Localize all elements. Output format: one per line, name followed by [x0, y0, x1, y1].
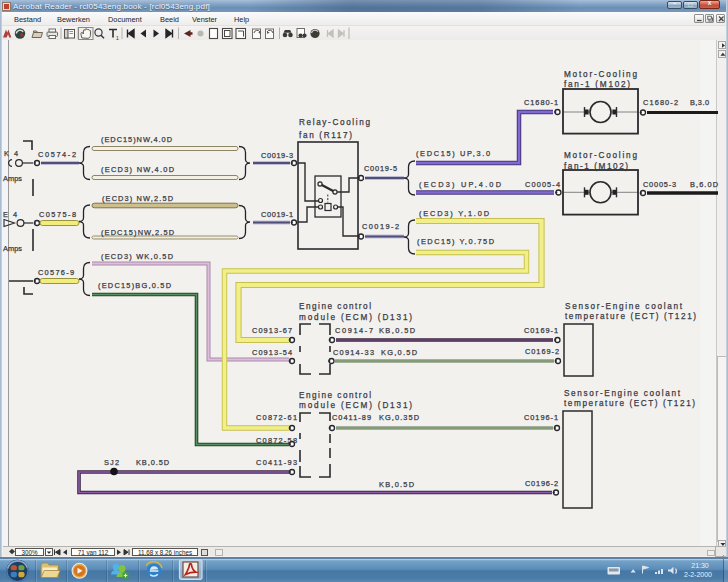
svg-text:C0169-2: C0169-2 [525, 347, 559, 356]
svg-text:Amps: Amps [3, 244, 22, 253]
svg-text:C0914-7: C0914-7 [335, 326, 373, 335]
svg-text:Motor-Cooling: Motor-Cooling [564, 151, 637, 160]
svg-text:temperature (ECT) (T121): temperature (ECT) (T121) [565, 312, 696, 321]
svg-text:B,3.0: B,3.0 [690, 98, 709, 107]
svg-text:Amps: Amps [3, 174, 22, 183]
svg-text:fan-1 (M102): fan-1 (M102) [564, 162, 628, 171]
svg-text:C0574-2: C0574-2 [38, 150, 76, 159]
svg-text:SJ2: SJ2 [104, 458, 119, 467]
svg-text:Engine control: Engine control [299, 302, 371, 311]
svg-text:module (ECM) (D131): module (ECM) (D131) [299, 401, 412, 410]
svg-text:Relay-Cooling: Relay-Cooling [299, 118, 370, 127]
svg-text:Motor-Cooling: Motor-Cooling [564, 70, 637, 79]
svg-text:Sensor-Engine coolant: Sensor-Engine coolant [565, 302, 683, 311]
svg-text:C0913-67: C0913-67 [252, 326, 292, 335]
svg-text:(ECD3) WK,0.5D: (ECD3) WK,0.5D [101, 252, 173, 261]
svg-text:C0196-1: C0196-1 [524, 413, 558, 422]
svg-text:C0196-2: C0196-2 [525, 479, 558, 488]
svg-text:(ECD3) NW,2.5D: (ECD3) NW,2.5D [102, 194, 173, 203]
svg-text:(ECD3) NW,4.0D: (ECD3) NW,4.0D [101, 165, 174, 174]
svg-text:(EDC15) Y,0.75D: (EDC15) Y,0.75D [417, 237, 494, 246]
svg-text:C0005-4: C0005-4 [525, 180, 560, 189]
svg-text:C0169-1: C0169-1 [524, 326, 558, 335]
svg-text:KG,0.5D: KG,0.5D [381, 348, 417, 357]
svg-text:C0913-54: C0913-54 [252, 348, 292, 357]
svg-text:C0914-33: C0914-33 [333, 348, 374, 357]
svg-text:E 4: E 4 [3, 210, 17, 219]
svg-text:C0019-1: C0019-1 [261, 210, 293, 219]
svg-text:(ECD3) Y,1.0D: (ECD3) Y,1.0D [419, 209, 489, 218]
svg-text:C0019-5: C0019-5 [364, 164, 397, 173]
svg-text:C1680-1: C1680-1 [524, 98, 558, 107]
svg-text:C0005-3: C0005-3 [643, 180, 676, 189]
svg-text:C0019-2: C0019-2 [362, 222, 399, 231]
svg-text:K 4: K 4 [4, 149, 18, 158]
svg-text:module (ECM) (D131): module (ECM) (D131) [299, 313, 412, 322]
svg-text:temperature (ECT) (T121): temperature (ECT) (T121) [564, 399, 695, 408]
svg-text:(ECD3) UP,4.0D: (ECD3) UP,4.0D [419, 180, 501, 189]
svg-text:C0019-3: C0019-3 [261, 151, 293, 160]
svg-text:(EDC15) UP,3.0: (EDC15) UP,3.0 [416, 149, 490, 158]
svg-text:Engine control: Engine control [299, 391, 371, 400]
svg-text:C0576-9: C0576-9 [38, 268, 74, 277]
svg-text:B,6.0D: B,6.0D [690, 180, 718, 189]
svg-text:C0411-89: C0411-89 [332, 413, 371, 422]
svg-text:fan (R117): fan (R117) [299, 131, 352, 140]
svg-text:C0575-8: C0575-8 [39, 210, 76, 219]
svg-text:KB,0.5D: KB,0.5D [379, 480, 414, 489]
svg-text:KG,0.35D: KG,0.35D [379, 413, 419, 422]
svg-text:(EDC15)BG,0.5D: (EDC15)BG,0.5D [98, 281, 171, 290]
svg-text:fan-1 (M102): fan-1 (M102) [564, 80, 630, 89]
svg-text:C1680-2: C1680-2 [643, 98, 678, 107]
svg-text:(EDC15)NW,4.0D: (EDC15)NW,4.0D [101, 135, 172, 144]
svg-text:KB,0.5D: KB,0.5D [136, 458, 169, 467]
svg-text:Sensor-Engine coolant: Sensor-Engine coolant [564, 389, 681, 398]
svg-text:C0872-58: C0872-58 [256, 436, 297, 445]
svg-text:C0411-93: C0411-93 [256, 458, 297, 467]
svg-text:C0872-61: C0872-61 [256, 413, 297, 422]
svg-text:KB,0.5D: KB,0.5D [379, 326, 415, 335]
svg-text:(EDC15)NW,2.5D: (EDC15)NW,2.5D [101, 228, 174, 237]
